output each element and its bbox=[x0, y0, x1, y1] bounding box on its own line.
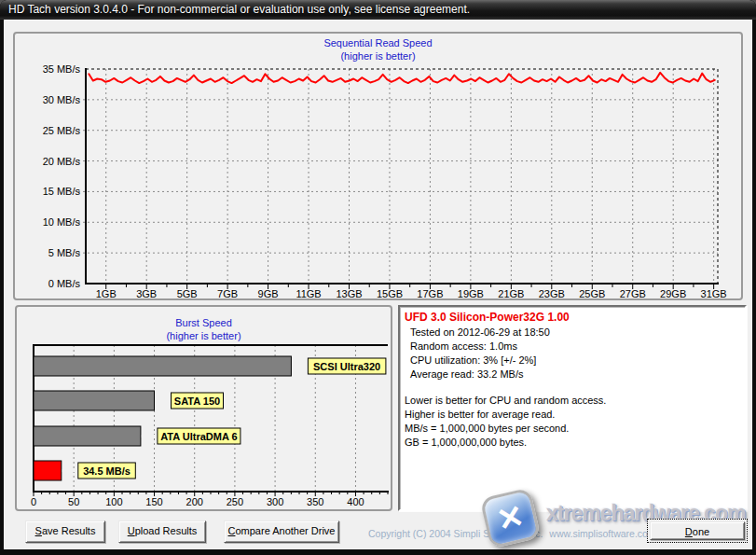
svg-text:SCSI Ultra320: SCSI Ultra320 bbox=[313, 361, 380, 372]
drive-name: UFD 3.0 Silicon-Power32G 1.00 bbox=[400, 307, 745, 326]
svg-text:25GB: 25GB bbox=[579, 288, 605, 298]
notes: Lower is better for CPU and random acces… bbox=[400, 394, 745, 450]
svg-text:13GB: 13GB bbox=[336, 288, 362, 298]
svg-text:29GB: 29GB bbox=[660, 288, 686, 298]
svg-text:SATA 150: SATA 150 bbox=[174, 395, 220, 407]
svg-text:150: 150 bbox=[145, 496, 162, 507]
svg-text:100: 100 bbox=[105, 496, 122, 507]
window-title: HD Tach version 3.0.4.0 - For non-commer… bbox=[8, 0, 470, 20]
svg-text:19GB: 19GB bbox=[458, 288, 484, 298]
sequential-read-chart: 1GB3GB5GB7GB9GB11GB13GB15GB17GB19GB21GB2… bbox=[15, 34, 741, 302]
svg-text:23GB: 23GB bbox=[539, 288, 565, 298]
burst-speed-chart: 050100150200250300350400SCSI Ultra320SAT… bbox=[17, 307, 391, 513]
hd-tach-window: HD Tach version 3.0.4.0 - For non-commer… bbox=[0, 0, 756, 555]
done-button[interactable]: Done bbox=[650, 521, 745, 540]
svg-text:34.5 MB/s: 34.5 MB/s bbox=[83, 465, 131, 477]
svg-text:50: 50 bbox=[68, 496, 79, 507]
note-line: Lower is better for CPU and random acces… bbox=[400, 394, 745, 408]
svg-text:9GB: 9GB bbox=[258, 288, 279, 298]
svg-text:0 MB/s: 0 MB/s bbox=[48, 278, 81, 289]
burst-speed-panel: Burst Speed (higher is better) 050100150… bbox=[15, 305, 392, 511]
average-read: Average read: 33.2 MB/s bbox=[400, 368, 745, 382]
svg-text:20 MB/s: 20 MB/s bbox=[43, 156, 81, 167]
svg-text:ATA UltraDMA 6: ATA UltraDMA 6 bbox=[160, 431, 238, 442]
svg-text:200: 200 bbox=[186, 496, 203, 507]
svg-text:0: 0 bbox=[31, 496, 36, 507]
title-bar[interactable]: HD Tach version 3.0.4.0 - For non-commer… bbox=[0, 0, 756, 20]
svg-text:1GB: 1GB bbox=[96, 288, 117, 298]
svg-text:21GB: 21GB bbox=[498, 288, 524, 298]
svg-text:11GB: 11GB bbox=[296, 288, 321, 298]
done-button-focus-ring: Done bbox=[647, 519, 748, 543]
svg-text:5 MB/s: 5 MB/s bbox=[48, 247, 81, 258]
svg-text:17GB: 17GB bbox=[417, 288, 443, 298]
sequential-read-panel: Sequential Read Speed (higher is better)… bbox=[13, 32, 743, 300]
svg-text:30 MB/s: 30 MB/s bbox=[43, 94, 81, 105]
svg-text:27GB: 27GB bbox=[620, 288, 646, 298]
tested-on: Tested on 2012-06-29 at 18:50 bbox=[400, 326, 745, 340]
svg-text:350: 350 bbox=[307, 496, 323, 507]
svg-text:15 MB/s: 15 MB/s bbox=[43, 186, 81, 197]
svg-text:250: 250 bbox=[227, 496, 243, 507]
results-info-panel: UFD 3.0 Silicon-Power32G 1.00 Tested on … bbox=[398, 305, 747, 511]
note-line: MB/s = 1,000,000 bytes per second. bbox=[400, 422, 745, 436]
svg-text:31GB: 31GB bbox=[701, 288, 727, 298]
random-access: Random access: 1.0ms bbox=[400, 340, 745, 354]
cpu-utilization: CPU utilization: 3% [+/- 2%] bbox=[400, 354, 745, 368]
note-line: GB = 1,000,000,000 bytes. bbox=[400, 436, 745, 450]
svg-text:5GB: 5GB bbox=[177, 288, 198, 298]
svg-text:3GB: 3GB bbox=[136, 288, 157, 298]
save-results-button[interactable]: Save Results bbox=[25, 520, 105, 543]
svg-text:15GB: 15GB bbox=[377, 288, 403, 298]
compare-another-drive-button[interactable]: Compare Another Drive bbox=[224, 520, 339, 543]
svg-text:400: 400 bbox=[347, 496, 364, 507]
svg-text:35 MB/s: 35 MB/s bbox=[43, 63, 81, 75]
client-area: Sequential Read Speed (higher is better)… bbox=[4, 20, 752, 549]
note-line: Higher is better for average read. bbox=[400, 408, 745, 422]
svg-text:25 MB/s: 25 MB/s bbox=[43, 125, 81, 136]
website-link[interactable]: www.simplisoftware.com bbox=[549, 528, 655, 539]
svg-text:10 MB/s: 10 MB/s bbox=[43, 216, 81, 228]
upload-results-button[interactable]: Upload Results bbox=[118, 520, 206, 543]
svg-text:7GB: 7GB bbox=[217, 288, 238, 298]
svg-text:300: 300 bbox=[267, 496, 283, 507]
